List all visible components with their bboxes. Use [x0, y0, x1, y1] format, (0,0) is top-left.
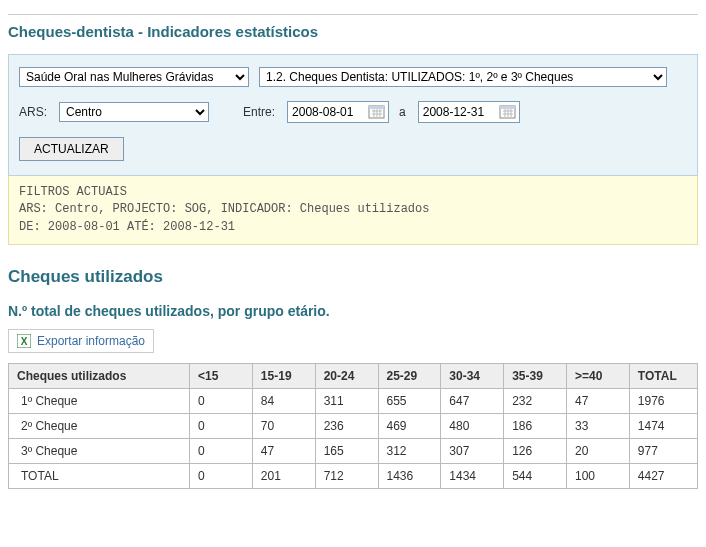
table-row-header: TOTAL	[9, 464, 190, 489]
current-filters-line: FILTROS ACTUAIS	[19, 184, 687, 201]
table-col-header: 20-24	[315, 364, 378, 389]
table-cell: 232	[504, 389, 567, 414]
table-cell: 33	[567, 414, 630, 439]
table-cell: 0	[190, 389, 253, 414]
table-subtitle: N.º total de cheques utilizados, por gru…	[8, 303, 698, 319]
and-label: a	[399, 105, 406, 119]
table-cell: 647	[441, 389, 504, 414]
table-col-header: TOTAL	[629, 364, 697, 389]
table-cell: 1976	[629, 389, 697, 414]
ars-label: ARS:	[19, 105, 47, 119]
table-col-header: 30-34	[441, 364, 504, 389]
date-from-wrapper[interactable]	[287, 101, 389, 123]
export-label: Exportar informação	[37, 334, 145, 348]
table-cell: 1434	[441, 464, 504, 489]
table-cell: 20	[567, 439, 630, 464]
table-col-header: 25-29	[378, 364, 441, 389]
calendar-icon[interactable]	[499, 104, 517, 120]
between-label: Entre:	[243, 105, 275, 119]
table-row: 1º Cheque084311655647232471976	[9, 389, 698, 414]
indicator-select[interactable]: 1.2. Cheques Dentista: UTILIZADOS: 1º, 2…	[259, 67, 667, 87]
table-cell: 311	[315, 389, 378, 414]
table-row: TOTAL0201712143614345441004427	[9, 464, 698, 489]
table-corner-header: Cheques utilizados	[9, 364, 190, 389]
top-divider	[8, 14, 698, 15]
table-row: 2º Cheque070236469480186331474	[9, 414, 698, 439]
table-col-header: >=40	[567, 364, 630, 389]
table-cell: 0	[190, 439, 253, 464]
table-col-header: 35-39	[504, 364, 567, 389]
update-button[interactable]: ACTUALIZAR	[19, 137, 124, 161]
table-cell: 712	[315, 464, 378, 489]
date-from-input[interactable]	[288, 103, 368, 121]
ars-select[interactable]: Centro	[59, 102, 209, 122]
table-row-header: 3º Cheque	[9, 439, 190, 464]
table-cell: 307	[441, 439, 504, 464]
calendar-icon[interactable]	[368, 104, 386, 120]
svg-rect-1	[369, 106, 384, 109]
export-button[interactable]: X Exportar informação	[8, 329, 154, 353]
filter-panel: Saúde Oral nas Mulheres Grávidas 1.2. Ch…	[8, 54, 698, 176]
table-header-row: Cheques utilizados <15 15-19 20-24 25-29…	[9, 364, 698, 389]
section-title: Cheques utilizados	[8, 267, 698, 287]
table-cell: 47	[252, 439, 315, 464]
table-cell: 4427	[629, 464, 697, 489]
table-cell: 312	[378, 439, 441, 464]
table-cell: 1474	[629, 414, 697, 439]
table-cell: 70	[252, 414, 315, 439]
table-row-header: 2º Cheque	[9, 414, 190, 439]
date-to-input[interactable]	[419, 103, 499, 121]
current-filters-panel: FILTROS ACTUAIS ARS: Centro, PROJECTO: S…	[8, 176, 698, 245]
table-cell: 84	[252, 389, 315, 414]
table-cell: 100	[567, 464, 630, 489]
table-cell: 1436	[378, 464, 441, 489]
table-row-header: 1º Cheque	[9, 389, 190, 414]
table-cell: 544	[504, 464, 567, 489]
table-cell: 201	[252, 464, 315, 489]
table-cell: 0	[190, 414, 253, 439]
page-title: Cheques-dentista - Indicadores estatísti…	[8, 23, 698, 40]
svg-rect-8	[500, 106, 515, 109]
table-cell: 165	[315, 439, 378, 464]
table-cell: 480	[441, 414, 504, 439]
current-filters-line: DE: 2008-08-01 ATÉ: 2008-12-31	[19, 219, 687, 236]
table-cell: 0	[190, 464, 253, 489]
table-row: 3º Cheque04716531230712620977	[9, 439, 698, 464]
excel-icon: X	[17, 334, 31, 348]
current-filters-line: ARS: Centro, PROJECTO: SOG, INDICADOR: C…	[19, 201, 687, 218]
table-cell: 469	[378, 414, 441, 439]
table-cell: 655	[378, 389, 441, 414]
svg-text:X: X	[21, 336, 28, 347]
table-cell: 47	[567, 389, 630, 414]
table-col-header: <15	[190, 364, 253, 389]
project-select[interactable]: Saúde Oral nas Mulheres Grávidas	[19, 67, 249, 87]
table-cell: 126	[504, 439, 567, 464]
table-col-header: 15-19	[252, 364, 315, 389]
table-cell: 186	[504, 414, 567, 439]
table-cell: 236	[315, 414, 378, 439]
table-cell: 977	[629, 439, 697, 464]
date-to-wrapper[interactable]	[418, 101, 520, 123]
data-table: Cheques utilizados <15 15-19 20-24 25-29…	[8, 363, 698, 489]
